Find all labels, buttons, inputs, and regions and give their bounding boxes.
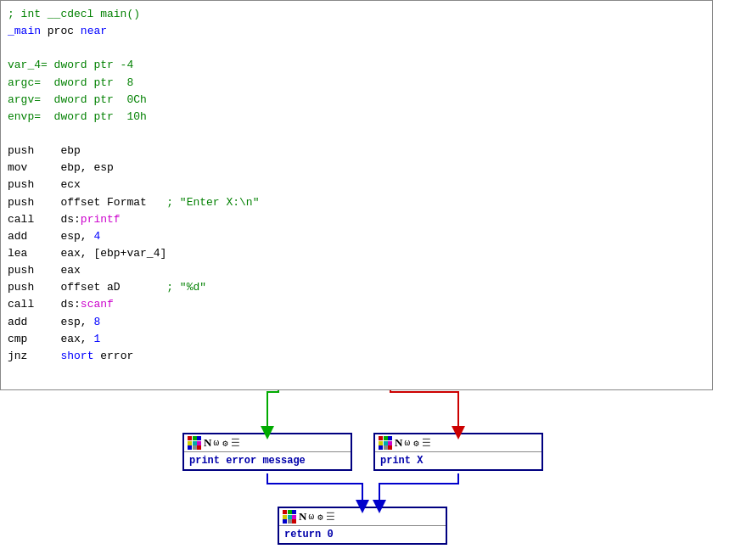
block-print-error-label: print error message	[184, 452, 351, 469]
code-line-17: push offset aD ; "%d"	[8, 279, 705, 296]
code-panel: ; int __cdecl main() _main proc near var…	[0, 0, 713, 390]
list-icon: ☰	[231, 437, 240, 450]
code-line-20: cmp eax, 1	[8, 331, 705, 348]
code-line-15: lea eax, [ebp+var_4]	[8, 245, 705, 262]
color-grid-icon	[188, 436, 201, 450]
cog-icon: ⚙	[413, 438, 419, 449]
code-line-9: push ebp	[8, 143, 705, 160]
code-line-18: call ds:scanf	[8, 296, 705, 313]
block-print-x-label: print X	[375, 452, 541, 469]
code-line-11: push ecx	[8, 176, 705, 193]
code-line-2: _main proc near	[8, 23, 705, 40]
block-print-error-header: N ω ⚙ ☰	[184, 434, 351, 452]
n-icon: N	[204, 436, 211, 450]
list-icon: ☰	[326, 511, 335, 524]
code-line-3	[8, 40, 705, 57]
block-print-x[interactable]: N ω ⚙ ☰ print X	[373, 433, 543, 471]
wave-icon: ω	[404, 438, 410, 448]
block-return-header: N ω ⚙ ☰	[279, 508, 446, 526]
code-line-6: argv= dword ptr 0Ch	[8, 92, 705, 109]
code-line-10: mov ebp, esp	[8, 160, 705, 176]
code-line-13: call ds:printf	[8, 211, 705, 228]
cog-icon: ⚙	[222, 438, 228, 449]
block-return[interactable]: N ω ⚙ ☰ return 0	[278, 507, 447, 545]
code-line-19: add esp, 8	[8, 314, 705, 331]
code-line-4: var_4= dword ptr -4	[8, 57, 705, 74]
color-grid-icon	[283, 510, 296, 524]
flow-area: N ω ⚙ ☰ print error message N ω ⚙ ☰ prin…	[0, 390, 735, 560]
list-icon: ☰	[422, 437, 431, 450]
code-line-16: push eax	[8, 262, 705, 279]
code-line-1: ; int __cdecl main()	[8, 6, 705, 23]
wave-icon: ω	[308, 512, 314, 522]
wave-icon: ω	[213, 438, 219, 448]
code-line-12: push offset Format ; "Enter X:\n"	[8, 194, 705, 211]
block-print-error[interactable]: N ω ⚙ ☰ print error message	[182, 433, 352, 471]
color-grid-icon	[379, 436, 392, 450]
block-print-x-header: N ω ⚙ ☰	[375, 434, 541, 452]
code-line-7: envp= dword ptr 10h	[8, 109, 705, 126]
code-line-5: argc= dword ptr 8	[8, 75, 705, 92]
cog-icon: ⚙	[317, 512, 323, 523]
n-icon: N	[299, 510, 306, 524]
block-return-label: return 0	[279, 526, 446, 543]
n-icon: N	[395, 436, 402, 450]
code-line-14: add esp, 4	[8, 228, 705, 245]
code-line-21: jnz short error	[8, 348, 705, 365]
code-line-8	[8, 126, 705, 143]
